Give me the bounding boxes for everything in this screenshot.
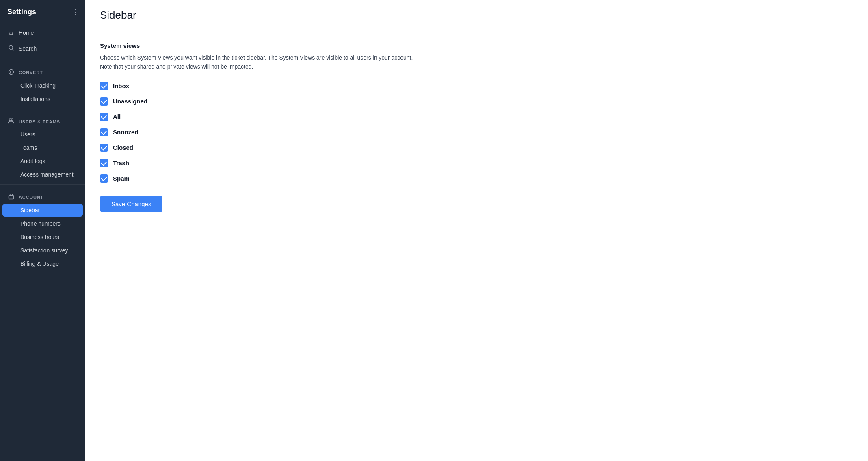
checkbox-unassigned[interactable]: Unassigned (100, 97, 420, 106)
section-convert: $ CONVERT (0, 63, 85, 79)
sidebar-item-sidebar-label: Sidebar (20, 207, 40, 213)
svg-line-1 (12, 49, 13, 50)
sidebar-header: Settings ⋮ (0, 0, 85, 24)
sidebar-item-satisfaction-survey[interactable]: Satisfaction survey (2, 244, 83, 257)
sidebar-item-users[interactable]: Users (2, 128, 83, 141)
checkbox-unassigned-label: Unassigned (113, 98, 147, 105)
sidebar-item-teams[interactable]: Teams (2, 141, 83, 154)
search-icon (7, 45, 15, 52)
account-icon (7, 194, 15, 201)
divider-2 (0, 109, 85, 109)
save-changes-button[interactable]: Save Changes (100, 196, 162, 212)
sidebar-item-installations[interactable]: Installations (2, 93, 83, 106)
section-account-label: ACCOUNT (19, 195, 43, 200)
checkbox-spam-box[interactable] (100, 174, 108, 183)
sidebar-title: Settings (7, 8, 36, 16)
sidebar-item-phone-numbers[interactable]: Phone numbers (2, 217, 83, 230)
sidebar-item-business-hours-label: Business hours (20, 234, 59, 240)
checkbox-closed[interactable]: Closed (100, 144, 420, 152)
checkbox-all[interactable]: All (100, 113, 420, 121)
sidebar-nav: ⌂ Home Search $ CONVERT (0, 24, 85, 461)
divider-3 (0, 184, 85, 185)
page-title: Sidebar (100, 9, 853, 22)
section-users-teams-label: USERS & TEAMS (19, 119, 60, 124)
content-area: System views Choose which System Views y… (85, 29, 435, 225)
convert-icon: $ (7, 69, 15, 76)
checkbox-trash-label: Trash (113, 159, 129, 166)
checkbox-inbox[interactable]: Inbox (100, 82, 420, 90)
main-content: Sidebar System views Choose which System… (85, 0, 868, 461)
sidebar-item-billing-usage-label: Billing & Usage (20, 261, 59, 267)
svg-rect-6 (9, 196, 13, 199)
svg-point-5 (11, 119, 13, 121)
system-views-title: System views (100, 42, 420, 49)
sidebar-item-click-tracking[interactable]: Click Tracking (2, 79, 83, 92)
sidebar-item-business-hours[interactable]: Business hours (2, 230, 83, 243)
sidebar-item-audit-logs[interactable]: Audit logs (2, 155, 83, 168)
sidebar-item-access-management-label: Access management (20, 171, 74, 178)
checkbox-inbox-label: Inbox (113, 82, 129, 89)
checkbox-all-label: All (113, 113, 121, 120)
sidebar-item-satisfaction-survey-label: Satisfaction survey (20, 247, 68, 254)
sidebar-item-home-label: Home (19, 30, 34, 36)
checkbox-inbox-box[interactable] (100, 82, 108, 90)
checkbox-snoozed-label: Snoozed (113, 129, 139, 136)
main-header: Sidebar (85, 0, 868, 29)
checkbox-closed-label: Closed (113, 144, 133, 151)
checkbox-all-box[interactable] (100, 113, 108, 121)
system-views-checkboxes: Inbox Unassigned All Snoozed Closed Tras (100, 82, 420, 183)
section-convert-label: CONVERT (19, 70, 43, 75)
checkbox-snoozed-box[interactable] (100, 128, 108, 136)
sidebar-item-users-label: Users (20, 131, 35, 138)
home-icon: ⌂ (7, 29, 15, 37)
sidebar-item-search[interactable]: Search (0, 41, 85, 56)
sidebar-item-phone-numbers-label: Phone numbers (20, 220, 61, 227)
sidebar-item-sidebar[interactable]: Sidebar (2, 204, 83, 217)
checkbox-snoozed[interactable]: Snoozed (100, 128, 420, 136)
sidebar-item-installations-label: Installations (20, 96, 50, 102)
users-teams-icon (7, 118, 15, 125)
system-views-description: Choose which System Views you want visib… (100, 53, 420, 71)
more-options-icon[interactable]: ⋮ (71, 7, 79, 16)
sidebar-item-click-tracking-label: Click Tracking (20, 82, 56, 89)
checkbox-trash[interactable]: Trash (100, 159, 420, 167)
checkbox-spam-label: Spam (113, 175, 130, 182)
checkbox-trash-box[interactable] (100, 159, 108, 167)
section-account: ACCOUNT (0, 188, 85, 203)
checkbox-unassigned-box[interactable] (100, 97, 108, 106)
sidebar-item-search-label: Search (19, 45, 37, 52)
section-users-teams: USERS & TEAMS (0, 112, 85, 127)
sidebar-item-home[interactable]: ⌂ Home (0, 25, 85, 41)
svg-text:$: $ (9, 71, 11, 74)
description-line1: Choose which System Views you want visib… (100, 54, 413, 61)
description-line2: Note that your shared and private views … (100, 63, 253, 70)
sidebar-item-access-management[interactable]: Access management (2, 168, 83, 181)
sidebar-item-audit-logs-label: Audit logs (20, 158, 45, 164)
sidebar-item-teams-label: Teams (20, 144, 37, 151)
sidebar-item-billing-usage[interactable]: Billing & Usage (2, 257, 83, 270)
checkbox-spam[interactable]: Spam (100, 174, 420, 183)
divider-1 (0, 60, 85, 60)
checkbox-closed-box[interactable] (100, 144, 108, 152)
sidebar: Settings ⋮ ⌂ Home Search $ (0, 0, 85, 461)
